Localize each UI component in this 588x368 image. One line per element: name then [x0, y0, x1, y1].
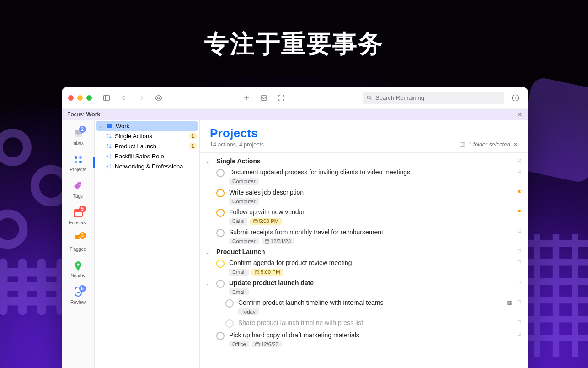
tag-chip[interactable]: 5:00 PM — [251, 269, 283, 276]
flag-icon[interactable] — [516, 300, 523, 306]
task-title: Pick up hard copy of draft marketing mat… — [229, 331, 512, 340]
svg-point-10 — [367, 96, 370, 99]
zoom-window-button[interactable] — [86, 95, 92, 101]
tag-chip[interactable]: 12/31/23 — [262, 238, 294, 244]
tag-chip[interactable]: Computer — [229, 238, 259, 244]
task-checkbox[interactable] — [216, 332, 225, 340]
inspector-button[interactable] — [509, 92, 522, 104]
focus-close-button[interactable]: ✕ — [517, 111, 523, 118]
search-field[interactable] — [363, 92, 504, 104]
task-row[interactable]: Submit receipts from monthly travel for … — [200, 226, 528, 246]
tags-icon — [71, 180, 85, 193]
search-icon — [366, 95, 373, 101]
tag-chip[interactable]: Today — [238, 308, 259, 315]
project-icon — [106, 153, 112, 159]
tag-chip[interactable]: Computer — [229, 198, 259, 205]
tag-chip[interactable]: Email — [229, 269, 249, 276]
close-window-button[interactable] — [68, 95, 74, 101]
folder-icon — [107, 123, 113, 129]
flag-icon[interactable] — [516, 158, 523, 165]
project-count-badge: 1 — [189, 143, 197, 149]
tag-chip[interactable]: Office — [229, 341, 249, 347]
traffic-lights — [68, 95, 92, 101]
task-row[interactable]: Pick up hard copy of draft marketing mat… — [200, 329, 528, 349]
outline-project[interactable]: Product Launch 1 — [95, 141, 199, 151]
task-checkbox[interactable] — [216, 209, 225, 217]
selection-info-text: 1 folder selected — [468, 141, 510, 148]
chevron-down-icon[interactable]: ⌄ — [205, 157, 212, 165]
chevron-down-icon[interactable]: ⌄ — [205, 248, 212, 255]
chevron-down-icon[interactable]: ⌄ — [205, 279, 212, 287]
project-icon — [106, 163, 112, 169]
nav-back-button[interactable] — [118, 92, 130, 104]
nav-forward-button[interactable] — [135, 92, 148, 104]
quick-entry-button[interactable] — [257, 92, 270, 104]
perspective-bar: 2 Inbox Projects Tags 5 Forecast 3 Flagg… — [62, 120, 95, 368]
window-toolbar — [62, 87, 528, 109]
tag-chip[interactable]: Email — [229, 288, 249, 295]
section-header[interactable]: ⌄ Single Actions — [200, 155, 528, 166]
svg-rect-15 — [460, 142, 465, 146]
outline-project[interactable]: Single Actions 1 — [95, 131, 199, 141]
review-icon: 6 — [71, 286, 85, 299]
outline-folder[interactable]: ⌄ Work — [96, 121, 198, 131]
flag-icon[interactable] — [516, 189, 523, 196]
perspective-tags[interactable]: Tags — [64, 177, 92, 201]
task-checkbox[interactable] — [216, 260, 225, 268]
tag-chip[interactable]: 12/6/23 — [252, 341, 282, 347]
badge: 5 — [79, 206, 86, 212]
focus-button[interactable] — [275, 92, 288, 104]
flag-icon[interactable] — [516, 332, 523, 339]
task-checkbox[interactable] — [216, 189, 225, 197]
perspective-review[interactable]: 6 Review — [64, 283, 92, 308]
badge: 2 — [79, 126, 86, 133]
task-row[interactable]: Confirm agenda for product review meetin… — [200, 256, 528, 276]
task-title: Follow up with new vendor — [229, 208, 512, 216]
note-icon[interactable] — [506, 300, 513, 306]
flag-icon[interactable] — [516, 249, 523, 255]
tag-chip[interactable]: Computer — [229, 178, 259, 185]
flag-icon[interactable] — [516, 280, 523, 287]
task-row[interactable]: ⌄ Update product launch date Email — [200, 276, 528, 297]
flag-icon[interactable] — [516, 209, 523, 216]
perspective-projects[interactable]: Projects — [64, 150, 92, 175]
outline-project[interactable]: Networking & Professiona… — [95, 161, 199, 171]
flag-icon[interactable] — [516, 260, 523, 266]
tag-chip[interactable]: 5:00 PM — [250, 218, 282, 225]
perspective-inbox[interactable]: 2 Inbox — [64, 124, 92, 148]
task-row[interactable]: Confirm product launch timeline with int… — [200, 296, 528, 316]
page-title: Projects — [210, 126, 264, 141]
chevron-down-icon: ⌄ — [98, 124, 104, 129]
view-options-button[interactable] — [152, 92, 165, 104]
minimize-window-button[interactable] — [77, 95, 83, 101]
forecast-icon: 5 — [71, 206, 85, 219]
flag-icon[interactable] — [516, 229, 523, 236]
search-input[interactable] — [375, 94, 501, 101]
new-item-button[interactable] — [240, 92, 253, 104]
svg-line-11 — [370, 98, 372, 100]
task-row[interactable]: Document updated process for inviting cl… — [200, 166, 528, 186]
toggle-sidebar-button[interactable] — [100, 92, 113, 104]
task-checkbox[interactable] — [216, 229, 225, 237]
task-checkbox[interactable] — [225, 299, 234, 308]
task-row[interactable]: Follow up with new vendor Calls5:00 PM — [200, 206, 528, 226]
outline-project[interactable]: Backfill Sales Role — [95, 151, 199, 161]
selection-close-button[interactable]: ✕ — [513, 141, 518, 148]
task-checkbox[interactable] — [216, 169, 225, 177]
section-header[interactable]: ⌄ Product Launch — [200, 245, 528, 256]
svg-rect-4 — [103, 95, 110, 100]
task-row[interactable]: Write sales job description Computer — [200, 186, 528, 206]
task-checkbox[interactable] — [216, 280, 225, 288]
svg-point-6 — [158, 97, 160, 99]
tag-chip[interactable]: Calls — [229, 218, 247, 225]
flag-icon[interactable] — [516, 320, 523, 326]
perspective-forecast[interactable]: 5 Forecast — [64, 203, 92, 228]
perspective-flagged[interactable]: 3 Flagged — [64, 230, 92, 254]
perspective-nearby[interactable]: Nearby — [64, 256, 92, 281]
flag-icon[interactable] — [516, 169, 523, 176]
svg-rect-9 — [261, 95, 267, 100]
task-row[interactable]: Share product launch timeline with press… — [200, 316, 528, 329]
sidebar-icon — [459, 141, 465, 148]
perspective-label: Forecast — [69, 220, 87, 225]
task-checkbox[interactable] — [225, 319, 234, 328]
